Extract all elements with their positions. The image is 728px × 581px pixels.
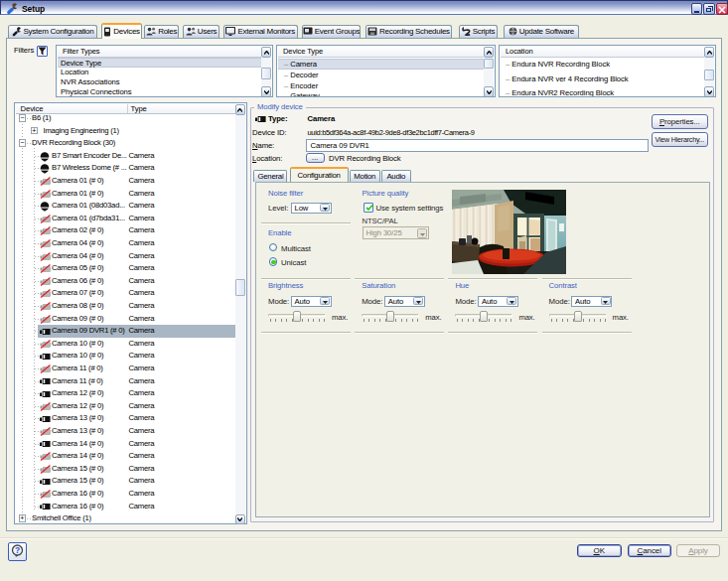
- svg-text:?: ?: [15, 545, 20, 555]
